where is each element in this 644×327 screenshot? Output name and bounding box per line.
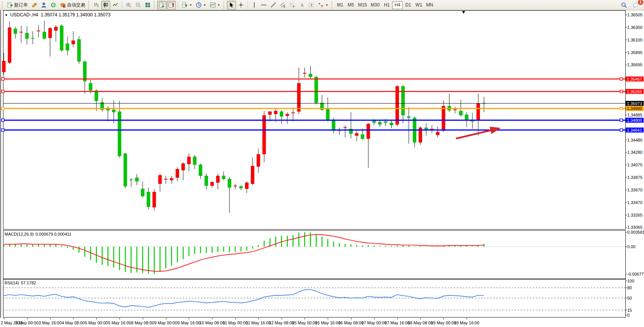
- time-label: 15 May 16:00: [315, 321, 341, 325]
- price-tick-label: 1.33470: [627, 200, 642, 205]
- time-label: 4 May 08:00: [60, 321, 86, 325]
- macd-panel[interactable]: 0.0035810.00-0.006775: [0, 230, 644, 279]
- line-handle[interactable]: [2, 107, 4, 110]
- line-handle[interactable]: [2, 119, 4, 121]
- fibonacci-icon: F: [289, 2, 295, 8]
- chart-shift-button[interactable]: [167, 1, 176, 10]
- time-tick: [420, 318, 421, 319]
- styles-button[interactable]: [30, 1, 39, 10]
- time-tick: [374, 318, 375, 319]
- line-chart-icon: [112, 2, 118, 8]
- toolbar-grip[interactable]: [88, 1, 90, 9]
- auto-scroll-icon: [159, 2, 165, 8]
- signals-button[interactable]: [49, 1, 58, 10]
- line-handle[interactable]: [2, 129, 4, 131]
- macd-axis-label: -0.006775: [627, 272, 644, 276]
- mt4-window: 新订单 自动交易: [0, 0, 644, 327]
- line-handle[interactable]: [620, 90, 623, 93]
- bar-chart-button[interactable]: [92, 1, 101, 10]
- candle-body: [210, 182, 214, 186]
- periods-button[interactable]: ▼: [194, 1, 208, 10]
- candle-body: [407, 116, 411, 118]
- candle-body: [8, 27, 11, 63]
- zoom-out-button[interactable]: [134, 1, 143, 10]
- chat-button[interactable]: 1: [631, 1, 641, 10]
- price-tick-label: 1.36100: [627, 38, 642, 42]
- price-tag-label: 1.35265: [627, 89, 642, 94]
- text-label-button[interactable]: T: [307, 1, 316, 10]
- profile-button[interactable]: [39, 1, 48, 10]
- time-label: 17 May 00:00: [361, 321, 387, 325]
- search-button[interactable]: [619, 1, 629, 10]
- candle-body: [72, 40, 75, 44]
- indicators-button[interactable]: ▼: [180, 1, 194, 10]
- timeframe-button-m5[interactable]: M5: [346, 1, 356, 9]
- toolbar-grip[interactable]: [332, 1, 333, 9]
- macd-axis-label: 0.003581: [627, 230, 644, 234]
- timeframe-button-h1[interactable]: H1: [381, 1, 392, 9]
- timeframe-button-m15[interactable]: M15: [356, 1, 369, 9]
- toolbar-grip[interactable]: [2, 1, 4, 9]
- timeframe-button-d1[interactable]: D1: [403, 1, 413, 9]
- chart-title: ▼USDCAD-,H4 1.35074 1.35179 1.34930 1.35…: [5, 12, 110, 18]
- line-handle[interactable]: [620, 107, 623, 110]
- arrows-button[interactable]: ▼: [316, 1, 330, 10]
- candle-body: [465, 115, 469, 120]
- candle-body: [199, 165, 202, 176]
- timeframe-button-w1[interactable]: W1: [413, 1, 424, 9]
- time-label: 17 May 16:00: [384, 321, 410, 325]
- main-chart-panel[interactable]: 1.365051.363001.361001.358951.356951.348…: [0, 10, 644, 230]
- chevron-down-icon: ▼: [189, 3, 192, 7]
- line-handle[interactable]: [620, 119, 623, 121]
- cursor-button[interactable]: [227, 1, 236, 10]
- timeframe-button-m1[interactable]: M1: [335, 1, 346, 9]
- candle-doji: [19, 32, 23, 32]
- text-icon: A: [299, 2, 305, 8]
- line-handle[interactable]: [2, 90, 4, 93]
- tile-windows-button[interactable]: [143, 1, 152, 10]
- macd-axis-label: 0.00: [627, 244, 635, 249]
- horizontal-line-button[interactable]: [259, 1, 268, 10]
- timeframe-button-m30[interactable]: M30: [369, 1, 381, 9]
- new-order-button[interactable]: 新订单: [5, 1, 29, 10]
- timeframe-button-h4[interactable]: H4: [392, 1, 403, 9]
- line-handle[interactable]: [620, 129, 623, 131]
- fibonacci-button[interactable]: F: [288, 1, 297, 10]
- toolbar-grip[interactable]: [154, 1, 156, 9]
- new-order-label: 新订单: [14, 2, 28, 8]
- auto-scroll-button[interactable]: [157, 1, 166, 10]
- line-handle[interactable]: [2, 78, 4, 80]
- toolbar-grip[interactable]: [223, 1, 225, 9]
- candlestick-chart-button[interactable]: [101, 1, 110, 10]
- chart-ohlc: 1.35074 1.35179 1.34930 1.35073: [41, 12, 111, 18]
- candle-body: [251, 166, 254, 184]
- timeframe-button-mn[interactable]: MN: [424, 1, 435, 9]
- crosshair-button[interactable]: [236, 1, 245, 10]
- line-chart-button[interactable]: [111, 1, 120, 10]
- arrows-icon: [318, 2, 324, 8]
- time-tick: [304, 318, 305, 319]
- svg-text:E: E: [284, 5, 285, 8]
- rsi-axis-label: 50: [627, 296, 632, 300]
- auto-trading-button[interactable]: 自动交易: [58, 1, 87, 10]
- auto-trading-label: 自动交易: [67, 2, 85, 8]
- tile-windows-icon: [145, 2, 151, 8]
- candle-body: [355, 133, 359, 136]
- text-button[interactable]: A: [297, 1, 306, 10]
- indicators-icon: [182, 2, 188, 8]
- channel-button[interactable]: E: [278, 1, 287, 10]
- candle-body: [477, 104, 480, 120]
- time-tick: [467, 318, 467, 319]
- chevron-down-icon: ▼: [203, 3, 206, 7]
- collapse-triangle-icon[interactable]: ▼: [5, 13, 8, 17]
- rsi-panel[interactable]: 1008050150: [0, 279, 644, 318]
- vertical-line-button[interactable]: [250, 1, 259, 10]
- rsi-axis-label: 0: [627, 313, 630, 317]
- zoom-in-button[interactable]: [124, 1, 133, 10]
- templates-button[interactable]: ▼: [208, 1, 222, 10]
- chart-symbol: USDCAD-,H4: [10, 12, 38, 18]
- line-handle[interactable]: [620, 78, 623, 80]
- candle-doji: [31, 38, 35, 39]
- trendline-button[interactable]: [269, 1, 278, 10]
- time-axis[interactable]: 2 May 20233 May 00:003 May 16:004 May 08…: [0, 318, 644, 327]
